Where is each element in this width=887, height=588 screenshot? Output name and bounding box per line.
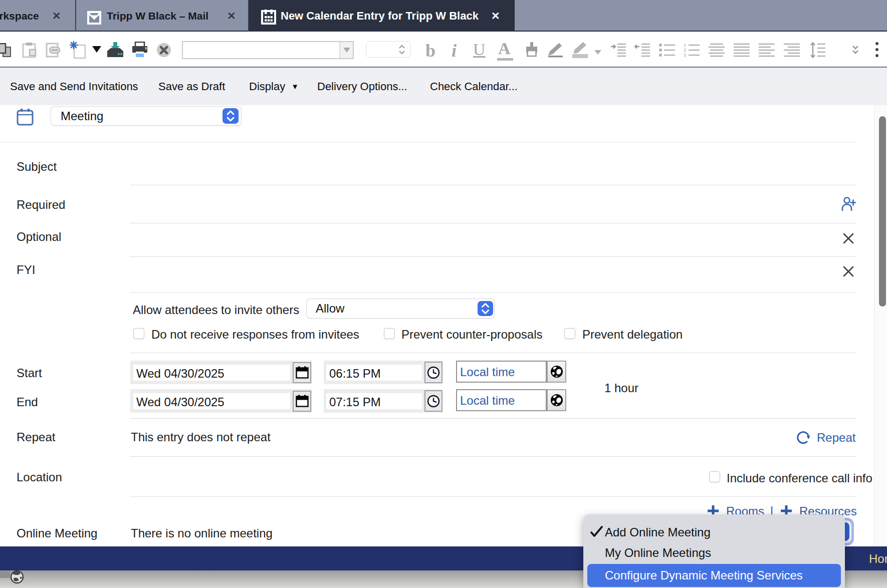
svg-text:3: 3 xyxy=(684,53,686,58)
svg-text:2: 2 xyxy=(684,48,686,53)
svg-text:1: 1 xyxy=(684,43,686,48)
